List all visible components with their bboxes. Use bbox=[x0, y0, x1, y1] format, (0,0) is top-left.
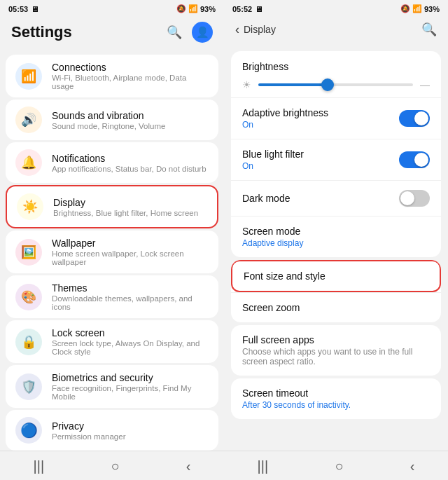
settings-item-themes[interactable]: 🎨 Themes Downloadable themes, wallpapers… bbox=[6, 275, 218, 318]
blue-light-filter-text: Blue light filter On bbox=[242, 149, 399, 171]
left-nav-circle[interactable]: ○ bbox=[111, 458, 119, 474]
screen-zoom-row[interactable]: Screen zoom bbox=[231, 292, 441, 322]
full-screen-title: Full screen apps bbox=[242, 334, 314, 345]
screen-timeout-row[interactable]: Screen timeout After 30 seconds of inact… bbox=[231, 378, 441, 419]
left-signal-icon: 📶 bbox=[188, 4, 198, 13]
right-bottom-nav: ||| ○ ‹ bbox=[224, 451, 448, 480]
font-section: Font size and style Screen zoom bbox=[231, 260, 441, 322]
notifications-icon: 🔔 bbox=[15, 149, 42, 176]
display-text: Display Brightness, Blue light filter, H… bbox=[53, 197, 207, 217]
brightness-low-icon: ☀ bbox=[242, 79, 251, 90]
right-nav-back[interactable]: ‹ bbox=[410, 458, 415, 474]
blue-light-filter-toggle-knob bbox=[414, 153, 428, 167]
dark-mode-row[interactable]: Dark mode bbox=[231, 180, 441, 216]
screen-mode-row[interactable]: Screen mode Adaptive display bbox=[231, 216, 441, 257]
settings-item-privacy[interactable]: 🔵 Privacy Permission manager bbox=[6, 410, 218, 451]
left-screen-icon: 🖥 bbox=[31, 5, 38, 13]
wallpaper-subtitle: Home screen wallpaper, Lock screen wallp… bbox=[52, 249, 209, 266]
left-panel: 05:53 🖥 🔕 📶 93% Settings 🔍 👤 📶 Connectio… bbox=[0, 0, 224, 480]
themes-text: Themes Downloadable themes, wallpapers, … bbox=[52, 282, 209, 311]
left-search-icon[interactable]: 🔍 bbox=[167, 25, 182, 40]
display-icon: ☀️ bbox=[17, 193, 43, 220]
notifications-subtitle: App notifications, Status bar, Do not di… bbox=[52, 165, 209, 173]
dark-mode-toggle[interactable] bbox=[399, 190, 430, 207]
adaptive-brightness-toggle[interactable] bbox=[399, 110, 430, 127]
right-status-bar: 05:52 🖥 🔕 📶 93% bbox=[224, 0, 448, 16]
screen-zoom-text: Screen zoom bbox=[242, 302, 430, 313]
sounds-icon: 🔊 bbox=[15, 107, 42, 133]
display-subtitle: Brightness, Blue light filter, Home scre… bbox=[53, 209, 207, 217]
brightness-slider[interactable] bbox=[258, 83, 413, 86]
sounds-title: Sounds and vibration bbox=[52, 110, 209, 121]
blue-light-filter-row[interactable]: Blue light filter On bbox=[231, 139, 441, 180]
display-search-icon[interactable]: 🔍 bbox=[421, 22, 437, 37]
themes-subtitle: Downloadable themes, wallpapers, and ico… bbox=[52, 294, 209, 311]
themes-icon: 🎨 bbox=[15, 284, 42, 310]
biometrics-title: Biometrics and security bbox=[52, 372, 209, 383]
screen-timeout-title: Screen timeout bbox=[242, 388, 308, 399]
right-nav-home[interactable]: ||| bbox=[258, 458, 269, 474]
left-avatar[interactable]: 👤 bbox=[192, 22, 213, 43]
settings-item-display[interactable]: ☀️ Display Brightness, Blue light filter… bbox=[6, 185, 218, 228]
left-nav-back[interactable]: ‹ bbox=[186, 458, 191, 474]
lock-screen-title: Lock screen bbox=[52, 327, 209, 338]
full-screen-row[interactable]: Full screen apps Choose which apps you w… bbox=[231, 325, 441, 376]
font-size-style-title: Font size and style bbox=[244, 270, 428, 282]
full-screen-section: Full screen apps Choose which apps you w… bbox=[231, 325, 441, 376]
font-size-style-row[interactable]: Font size and style bbox=[231, 260, 441, 292]
brightness-label: Brightness bbox=[242, 61, 430, 72]
blue-light-filter-title: Blue light filter bbox=[242, 149, 399, 160]
biometrics-text: Biometrics and security Face recognition… bbox=[52, 372, 209, 401]
display-header-title: Display bbox=[244, 24, 276, 35]
blue-light-filter-toggle[interactable] bbox=[399, 151, 430, 168]
privacy-text: Privacy Permission manager bbox=[52, 420, 209, 441]
left-nav-home[interactable]: ||| bbox=[34, 458, 45, 474]
adaptive-brightness-title: Adaptive brightness bbox=[242, 107, 399, 118]
left-header-title: Settings bbox=[11, 23, 72, 41]
settings-item-biometrics[interactable]: 🛡️ Biometrics and security Face recognit… bbox=[6, 365, 218, 408]
settings-item-notifications[interactable]: 🔔 Notifications App notifications, Statu… bbox=[6, 142, 218, 183]
screen-mode-subtitle: Adaptive display bbox=[242, 238, 430, 248]
connections-icon: 📶 bbox=[15, 63, 42, 90]
settings-item-lock-screen[interactable]: 🔒 Lock screen Screen lock type, Always O… bbox=[6, 320, 218, 363]
connections-text: Connections Wi-Fi, Bluetooth, Airplane m… bbox=[52, 62, 209, 90]
adaptive-brightness-row[interactable]: Adaptive brightness On bbox=[231, 97, 441, 139]
full-screen-subtitle: Choose which apps you want to use in the… bbox=[242, 347, 430, 366]
back-button[interactable]: ‹ Display bbox=[235, 22, 276, 37]
biometrics-subtitle: Face recognition, Fingerprints, Find My … bbox=[52, 384, 209, 401]
screen-mode-text: Screen mode Adaptive display bbox=[242, 226, 430, 248]
left-bottom-nav: ||| ○ ‹ bbox=[0, 451, 224, 480]
right-status-right: 🔕 📶 93% bbox=[400, 4, 440, 13]
left-mute-icon: 🔕 bbox=[176, 4, 186, 13]
dark-mode-toggle-knob bbox=[400, 191, 414, 205]
wallpaper-icon: 🖼️ bbox=[15, 239, 42, 266]
settings-list: 📶 Connections Wi-Fi, Bluetooth, Airplane… bbox=[0, 50, 224, 451]
wallpaper-title: Wallpaper bbox=[52, 238, 209, 249]
back-arrow-icon: ‹ bbox=[235, 22, 239, 37]
wallpaper-text: Wallpaper Home screen wallpaper, Lock sc… bbox=[52, 238, 209, 266]
right-nav-circle[interactable]: ○ bbox=[335, 458, 343, 474]
left-status-right: 🔕 📶 93% bbox=[176, 4, 216, 13]
notifications-text: Notifications App notifications, Status … bbox=[52, 153, 209, 173]
adaptive-brightness-subtitle: On bbox=[242, 120, 399, 130]
left-header-icons: 🔍 👤 bbox=[167, 22, 213, 43]
brightness-thumb bbox=[321, 78, 334, 91]
settings-item-wallpaper[interactable]: 🖼️ Wallpaper Home screen wallpaper, Lock… bbox=[6, 231, 218, 273]
screen-timeout-section: Screen timeout After 30 seconds of inact… bbox=[231, 378, 441, 419]
font-size-style-text: Font size and style bbox=[244, 270, 428, 282]
display-header: ‹ Display 🔍 bbox=[224, 16, 448, 44]
privacy-subtitle: Permission manager bbox=[52, 432, 209, 441]
brightness-row: ☀ — bbox=[242, 79, 430, 90]
right-time: 05:52 bbox=[232, 5, 252, 13]
settings-item-sounds[interactable]: 🔊 Sounds and vibration Sound mode, Ringt… bbox=[6, 100, 218, 140]
display-title: Display bbox=[53, 197, 207, 208]
brightness-high-icon: — bbox=[420, 79, 430, 90]
settings-item-connections[interactable]: 📶 Connections Wi-Fi, Bluetooth, Airplane… bbox=[6, 55, 218, 97]
display-content: Brightness ☀ — Adaptive brightness On bbox=[224, 44, 448, 451]
adaptive-brightness-toggle-knob bbox=[414, 111, 428, 125]
notifications-title: Notifications bbox=[52, 153, 209, 164]
right-panel: 05:52 🖥 🔕 📶 93% ‹ Display 🔍 Brightness ☀ bbox=[224, 0, 448, 480]
right-status-left: 05:52 🖥 bbox=[232, 5, 262, 13]
lock-screen-text: Lock screen Screen lock type, Always On … bbox=[52, 327, 209, 356]
sounds-text: Sounds and vibration Sound mode, Rington… bbox=[52, 110, 209, 130]
